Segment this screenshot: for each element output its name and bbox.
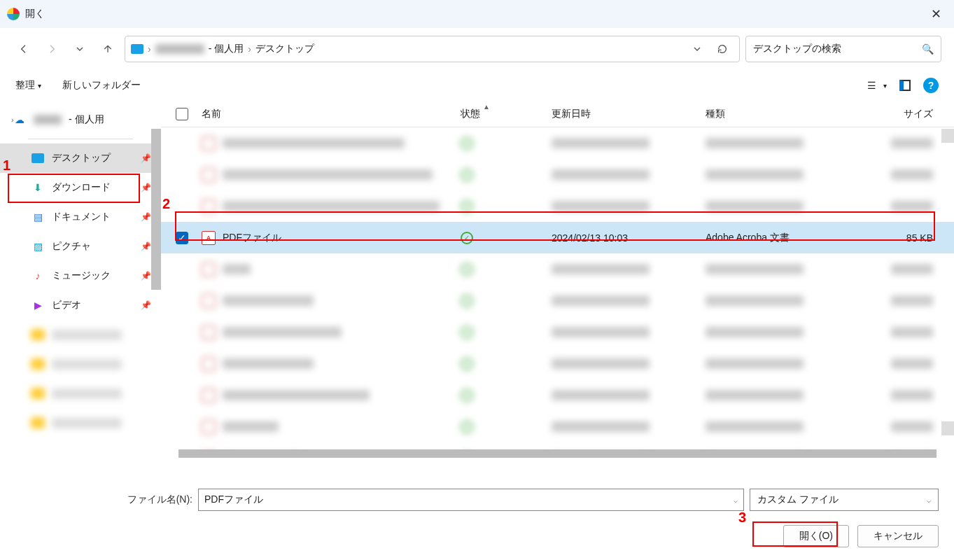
column-size[interactable]: サイズ bbox=[833, 108, 947, 120]
file-row-blurred[interactable]: ✓ bbox=[161, 253, 954, 285]
vertical-scrollbar[interactable] bbox=[941, 421, 954, 435]
breadcrumb-user: - 個人用 bbox=[209, 43, 244, 55]
window-title: 開く bbox=[25, 8, 45, 20]
open-button[interactable]: 開く(O) bbox=[783, 525, 849, 547]
row-checkbox[interactable]: ✓ bbox=[176, 232, 188, 244]
vertical-scrollbar[interactable] bbox=[941, 129, 954, 143]
file-list: ▲ 名前 状態 更新日時 種類 サイズ ✓ ✓ ✓ ✓ A PDFファイル ✓ … bbox=[161, 101, 954, 472]
file-row-blurred[interactable]: ✓ bbox=[161, 411, 954, 442]
pin-icon: 📌 bbox=[141, 241, 151, 251]
filename-input[interactable]: PDFファイル ⌵ bbox=[198, 489, 744, 511]
nav-bar: › - 個人用 › デスクトップ デスクトップの検索 🔍 bbox=[0, 28, 954, 70]
onedrive-label: - 個人用 bbox=[69, 113, 104, 126]
dropdown-icon: ⌵ bbox=[927, 496, 931, 504]
search-input[interactable]: デスクトップの検索 🔍 bbox=[745, 36, 941, 62]
filename-value: PDFファイル bbox=[204, 493, 263, 506]
pin-icon: 📌 bbox=[141, 271, 151, 281]
file-row-selected[interactable]: ✓ A PDFファイル ✓ 2024/02/13 10:03 Adobe Acr… bbox=[161, 222, 954, 253]
column-date[interactable]: 更新日時 bbox=[546, 108, 700, 120]
file-row-blurred[interactable]: ✓ bbox=[161, 127, 954, 159]
pin-icon: 📌 bbox=[141, 153, 151, 163]
music-icon: ♪ bbox=[31, 269, 45, 283]
pin-icon: 📌 bbox=[141, 183, 151, 192]
refresh-button[interactable] bbox=[711, 38, 734, 60]
column-name[interactable]: 名前 bbox=[196, 108, 455, 120]
pdf-icon: A bbox=[202, 231, 216, 245]
video-icon: ▶ bbox=[31, 298, 45, 312]
file-row-blurred[interactable]: ✓ bbox=[161, 285, 954, 316]
file-row-blurred[interactable]: ✓ bbox=[161, 348, 954, 379]
sync-ok-icon: ✓ bbox=[461, 232, 473, 244]
sidebar-item-blurred[interactable] bbox=[0, 349, 161, 379]
file-row-blurred[interactable]: ✓ bbox=[161, 379, 954, 411]
list-icon: ☰ bbox=[867, 80, 876, 91]
sidebar-item-blurred[interactable] bbox=[0, 379, 161, 408]
file-row-blurred[interactable]: ✓ bbox=[161, 159, 954, 190]
view-menu[interactable]: ☰▾ bbox=[867, 80, 887, 91]
sidebar: › ☁ - 個人用 デスクトップ 📌 ⬇ ダウンロード 📌 ▤ ドキュメント 📌… bbox=[0, 101, 161, 472]
forward-button[interactable] bbox=[41, 38, 63, 60]
sidebar-videos[interactable]: ▶ ビデオ 📌 bbox=[0, 290, 161, 320]
sidebar-item-blurred[interactable] bbox=[0, 320, 161, 349]
main-area: › ☁ - 個人用 デスクトップ 📌 ⬇ ダウンロード 📌 ▤ ドキュメント 📌… bbox=[0, 101, 954, 472]
cloud-icon: ☁ bbox=[13, 113, 27, 127]
column-type[interactable]: 種類 bbox=[700, 108, 833, 120]
sidebar-pictures[interactable]: ▨ ピクチャ 📌 bbox=[0, 232, 161, 261]
cancel-button[interactable]: キャンセル bbox=[857, 525, 939, 547]
horizontal-scrollbar[interactable] bbox=[178, 449, 937, 458]
chevron-right-icon: › bbox=[148, 43, 151, 55]
back-button[interactable] bbox=[13, 38, 35, 60]
file-row-blurred[interactable]: ✓ bbox=[161, 316, 954, 348]
preview-pane-button[interactable] bbox=[899, 80, 911, 91]
sidebar-documents[interactable]: ▤ ドキュメント 📌 bbox=[0, 202, 161, 232]
file-row-blurred[interactable]: ✓ bbox=[161, 190, 954, 222]
sidebar-downloads[interactable]: ⬇ ダウンロード 📌 bbox=[0, 173, 161, 202]
history-dropdown[interactable] bbox=[69, 38, 91, 60]
sidebar-scrollbar[interactable] bbox=[151, 129, 161, 290]
file-type: Adobe Acroba 文書 bbox=[700, 232, 833, 244]
app-icon bbox=[7, 8, 20, 20]
user-blurred bbox=[34, 115, 62, 125]
organize-menu[interactable]: 整理▾ bbox=[15, 79, 41, 92]
desktop-icon bbox=[31, 151, 45, 165]
new-folder-button[interactable]: 新しいフォルダー bbox=[62, 79, 141, 92]
select-all-checkbox[interactable] bbox=[176, 108, 188, 120]
download-icon: ⬇ bbox=[31, 181, 45, 195]
address-bar[interactable]: › - 個人用 › デスクトップ bbox=[125, 36, 740, 62]
up-button[interactable] bbox=[97, 38, 119, 60]
toolbar: 整理▾ 新しいフォルダー ☰▾ ? bbox=[0, 70, 954, 101]
sidebar-desktop[interactable]: デスクトップ 📌 bbox=[0, 144, 161, 173]
pin-icon: 📌 bbox=[141, 300, 151, 310]
search-icon: 🔍 bbox=[922, 43, 934, 55]
file-name: PDFファイル bbox=[223, 232, 281, 244]
divider bbox=[28, 139, 133, 139]
file-date: 2024/02/13 10:03 bbox=[546, 232, 700, 244]
user-name-blurred bbox=[155, 44, 204, 54]
chevron-right-icon: › bbox=[11, 115, 14, 124]
footer: ファイル名(N): PDFファイル ⌵ カスタム ファイル ⌵ 開く(O) キャ… bbox=[0, 476, 954, 560]
sidebar-item-blurred[interactable] bbox=[0, 408, 161, 438]
help-button[interactable]: ? bbox=[923, 78, 939, 93]
chevron-right-icon: › bbox=[248, 43, 251, 55]
column-state[interactable]: 状態 bbox=[455, 108, 546, 120]
pin-icon: 📌 bbox=[141, 212, 151, 222]
filename-label: ファイル名(N): bbox=[127, 493, 192, 506]
filter-value: カスタム ファイル bbox=[757, 493, 839, 506]
column-headers: 名前 状態 更新日時 種類 サイズ bbox=[161, 101, 954, 127]
dropdown-icon: ⌵ bbox=[734, 496, 738, 504]
folder-icon bbox=[131, 44, 143, 54]
title-bar: 開く ✕ bbox=[0, 0, 954, 28]
file-type-filter[interactable]: カスタム ファイル ⌵ bbox=[750, 489, 939, 511]
sidebar-onedrive[interactable]: › ☁ - 個人用 bbox=[0, 105, 161, 134]
address-dropdown[interactable] bbox=[686, 38, 708, 60]
breadcrumb-folder: デスクトップ bbox=[255, 43, 314, 55]
close-button[interactable]: ✕ bbox=[925, 4, 947, 24]
document-icon: ▤ bbox=[31, 210, 45, 224]
search-placeholder: デスクトップの検索 bbox=[753, 43, 841, 55]
file-size: 85 KB bbox=[833, 232, 947, 244]
sidebar-music[interactable]: ♪ ミュージック 📌 bbox=[0, 261, 161, 290]
picture-icon: ▨ bbox=[31, 239, 45, 253]
file-rows: ✓ ✓ ✓ ✓ A PDFファイル ✓ 2024/02/13 10:03 Ado… bbox=[161, 127, 954, 456]
